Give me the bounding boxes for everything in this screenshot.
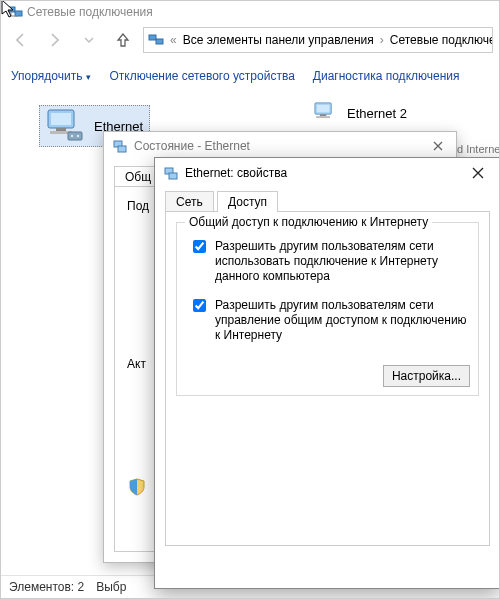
network-item-label: Ethernet 2 [347, 106, 407, 121]
network-adapter-icon [42, 108, 86, 144]
properties-titlebar[interactable]: Ethernet: свойства [155, 158, 500, 188]
allow-share-checkbox-row[interactable]: Разрешить другим пользователям сети испо… [189, 239, 470, 284]
toolbar-arrange-button[interactable]: Упорядочить [11, 69, 91, 83]
status-window-title: Состояние - Ethernet [134, 139, 250, 153]
status-window-close-button[interactable] [426, 136, 450, 156]
network-item-ethernet2[interactable]: Ethernet 2 [311, 101, 407, 125]
allow-control-label: Разрешить другим пользователям сети упра… [215, 298, 470, 343]
svg-rect-20 [169, 173, 177, 179]
svg-point-11 [71, 135, 73, 137]
svg-point-12 [77, 135, 79, 137]
svg-rect-4 [149, 35, 156, 40]
svg-rect-7 [51, 113, 71, 125]
allow-share-label: Разрешить другим пользователям сети испо… [215, 239, 470, 284]
svg-rect-8 [56, 128, 66, 131]
svg-rect-16 [316, 116, 330, 118]
properties-window-title: Ethernet: свойства [185, 166, 287, 180]
allow-control-checkbox-row[interactable]: Разрешить другим пользователям сети упра… [189, 298, 470, 343]
status-row-activity: Акт [127, 357, 146, 371]
svg-rect-10 [68, 132, 82, 140]
properties-tabs: Сеть Доступ [165, 190, 490, 212]
svg-rect-5 [156, 39, 163, 44]
breadcrumb-item[interactable]: Все элементы панели управления [183, 33, 374, 47]
nav-forward-icon[interactable] [41, 26, 69, 54]
properties-panel: Общий доступ к подключению к Интернету Р… [165, 211, 490, 546]
network-item-subtext: d Interne [457, 143, 500, 155]
allow-share-checkbox[interactable] [193, 240, 206, 253]
address-bar-icon [148, 32, 164, 48]
shield-icon [128, 478, 146, 496]
sharing-group: Общий доступ к подключению к Интернету Р… [176, 222, 479, 396]
explorer-navbar: « Все элементы панели управления › Сетев… [1, 23, 499, 57]
statusbar-count: Элементов: 2 [9, 580, 84, 594]
breadcrumb-sep-icon: « [168, 33, 179, 47]
allow-control-checkbox[interactable] [193, 299, 206, 312]
toolbar-diagnose-button[interactable]: Диагностика подключения [313, 69, 460, 83]
tab-access[interactable]: Доступ [217, 191, 278, 212]
explorer-title-text: Сетевые подключения [27, 5, 153, 19]
breadcrumb-item[interactable]: Сетевые подключения [390, 33, 493, 47]
svg-rect-18 [118, 146, 126, 152]
nav-back-icon[interactable] [7, 26, 35, 54]
settings-button[interactable]: Настройка... [383, 365, 470, 387]
toolbar-disable-button[interactable]: Отключение сетевого устройства [109, 69, 294, 83]
tab-network[interactable]: Сеть [165, 191, 214, 212]
status-window-titlebar[interactable]: Состояние - Ethernet [104, 132, 456, 160]
mouse-cursor-icon [1, 0, 21, 19]
breadcrumb-chevron-icon: › [378, 33, 386, 47]
explorer-toolbar: Упорядочить Отключение сетевого устройст… [1, 59, 499, 94]
svg-rect-15 [320, 114, 326, 116]
properties-window-icon [163, 165, 179, 181]
explorer-window: Сетевые подключения « Вс [0, 0, 500, 599]
svg-rect-14 [317, 105, 330, 113]
properties-window: Ethernet: свойства Сеть Доступ Общий дос… [154, 157, 500, 589]
nav-recent-icon[interactable] [75, 26, 103, 54]
sharing-group-title: Общий доступ к подключению к Интернету [185, 215, 432, 229]
nav-up-icon[interactable] [109, 26, 137, 54]
properties-close-button[interactable] [462, 162, 494, 184]
address-bar[interactable]: « Все элементы панели управления › Сетев… [143, 27, 493, 53]
status-window-icon [112, 138, 128, 154]
statusbar-selected: Выбр [96, 580, 126, 594]
explorer-titlebar: Сетевые подключения [1, 1, 499, 23]
network-adapter-icon [311, 101, 339, 125]
